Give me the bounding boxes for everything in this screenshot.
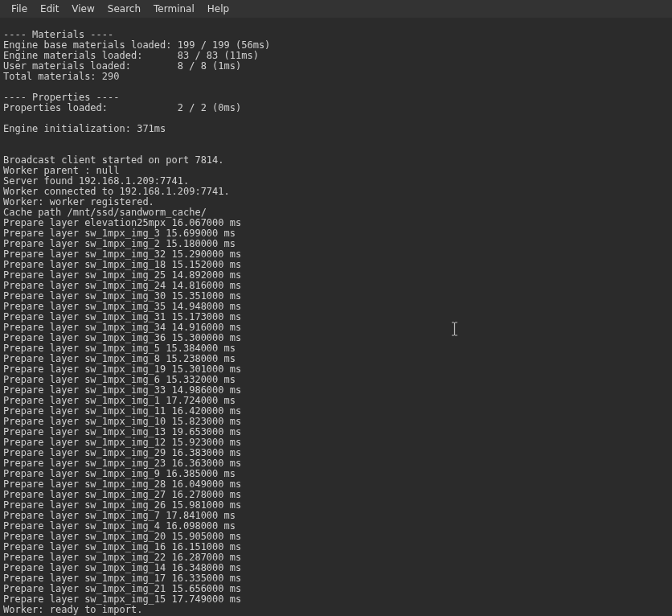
- total-materials-line: Total materials: 290: [3, 71, 120, 82]
- menu-file[interactable]: File: [5, 0, 34, 18]
- cache-path-line: Cache path /mnt/ssd/sandworm_cache/: [3, 207, 207, 218]
- menu-search[interactable]: Search: [101, 0, 147, 18]
- properties-header: ---- Properties ----: [3, 92, 120, 103]
- worker-parent-line: Worker parent : null: [3, 165, 120, 176]
- engine-materials-line: Engine materials loaded: 83 / 83 (11ms): [3, 50, 259, 61]
- materials-header: ---- Materials ----: [3, 29, 113, 40]
- engine-init-line: Engine initialization: 371ms: [3, 123, 166, 134]
- menubar: File Edit View Search Terminal Help: [0, 0, 672, 18]
- worker-connected-line: Worker connected to 192.168.1.209:7741.: [3, 186, 230, 197]
- menu-help[interactable]: Help: [201, 0, 236, 18]
- broadcast-line: Broadcast client started on port 7814.: [3, 154, 224, 166]
- engine-base-materials-line: Engine base materials loaded: 199 / 199 …: [3, 39, 270, 51]
- prepare-layer-lines: Prepare layer elevation25mpx 16.067000 m…: [3, 217, 241, 605]
- properties-loaded-line: Properties loaded: 2 / 2 (0ms): [3, 102, 241, 113]
- menu-terminal[interactable]: Terminal: [147, 0, 201, 18]
- worker-ready-line: Worker: ready to import.: [3, 604, 142, 615]
- server-found-line: Server found 192.168.1.209:7741.: [3, 175, 189, 187]
- terminal-output[interactable]: ---- Materials ---- Engine base material…: [0, 18, 672, 616]
- user-materials-line: User materials loaded: 8 / 8 (1ms): [3, 60, 241, 72]
- menu-edit[interactable]: Edit: [34, 0, 65, 18]
- worker-registered-line: Worker: worker registered.: [3, 196, 154, 207]
- menu-view[interactable]: View: [65, 0, 100, 18]
